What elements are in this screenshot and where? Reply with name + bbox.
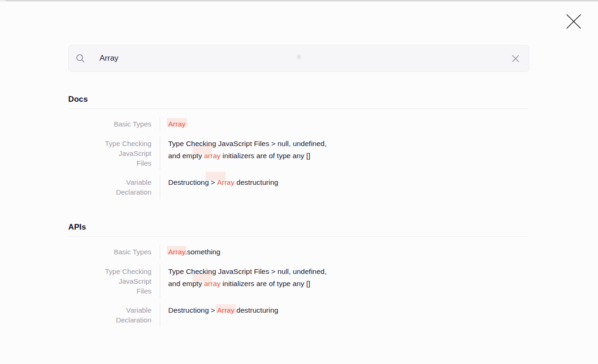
match-highlight: array [204,152,221,160]
search-bar [68,45,529,72]
result-content: Destructiong > Array destructuring [160,303,278,327]
result-row-type-checking[interactable]: Type Checking JavaScript Files Type Chec… [68,137,528,170]
result-row-basic-types[interactable]: Basic Types Array.something [68,245,528,259]
match-highlight: Array [217,306,235,314]
section-title-docs: Docs [68,94,528,104]
result-label: Basic Types [104,117,160,131]
top-strip-light-segment [0,0,6,1]
plain-text: destructuring [235,306,278,314]
match-highlight: Array [217,178,235,186]
result-label: Type Checking JavaScript Files [104,265,160,298]
close-overlay-button[interactable] [564,12,583,31]
plain-text: Destructiong > [168,306,217,314]
result-content: Type Checking JavaScript Files > null, u… [160,265,337,298]
search-results-area: Docs Basic Types Array Type Checking Jav… [68,94,528,350]
result-row-basic-types[interactable]: Basic Types Array [68,117,528,131]
top-edge-strip [0,0,598,1]
close-icon [566,14,582,29]
result-content: Array.something [160,245,221,259]
result-label: Variable Declaration [104,175,160,199]
clear-search-button[interactable] [511,54,520,63]
docs-section: Docs Basic Types Array Type Checking Jav… [68,94,528,199]
search-input[interactable] [85,45,511,71]
result-row-type-checking[interactable]: Type Checking JavaScript Files Type Chec… [68,265,528,298]
result-row-variable-declaration[interactable]: Variable Declaration Destructiong > Arra… [68,303,528,327]
result-content: Type Checking JavaScript Files > null, u… [160,137,337,170]
result-content: Array [160,117,185,131]
plain-text: .something [185,248,221,256]
plain-text: initializers are of type any [] [221,280,310,287]
top-strip-dark-segment [6,0,598,1]
result-label: Type Checking JavaScript Files [104,137,160,170]
plain-text: destructuring [235,178,278,186]
match-highlight: array [204,280,221,287]
result-content: Destructiong > Array destructuring [160,175,278,199]
plain-text: initializers are of type any [] [221,152,310,160]
apis-results: Basic Types Array.something Type Checkin… [68,237,528,327]
search-icon [76,54,85,63]
apis-section: APIs Basic Types Array.something Type Ch… [68,222,528,327]
result-label: Variable Declaration [104,303,160,327]
plain-text: Destructiong > [168,178,217,186]
match-highlight: Array [168,248,185,256]
match-highlight: Array [168,120,185,128]
section-title-apis: APIs [68,222,528,232]
docs-results: Basic Types Array Type Checking JavaScri… [68,109,528,199]
result-row-variable-declaration[interactable]: Variable Declaration Destructiong > Arra… [68,175,528,199]
clear-icon [512,55,520,63]
result-label: Basic Types [104,245,160,259]
